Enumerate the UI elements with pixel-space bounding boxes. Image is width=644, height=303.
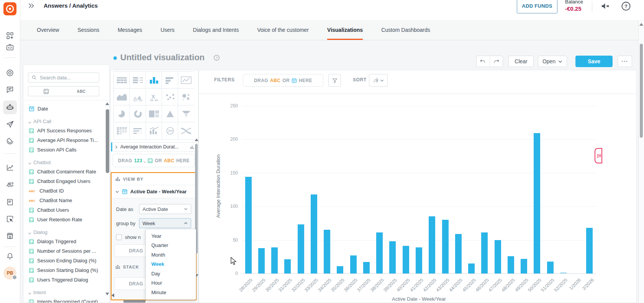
checkbox[interactable] xyxy=(116,234,122,240)
sort-select[interactable]: ↓9 xyxy=(369,74,388,87)
clear-button[interactable]: Clear xyxy=(508,56,534,67)
menu-item-hour[interactable]: Hour xyxy=(146,278,196,288)
field-group-api-call[interactable]: API Call xyxy=(23,114,104,126)
chart-type-pyramid-icon[interactable] xyxy=(162,105,178,122)
chart-type-pie-chart-icon[interactable] xyxy=(114,105,130,122)
chart-type-table-summary-icon[interactable] xyxy=(130,72,146,89)
redo-button[interactable] xyxy=(490,56,503,67)
filter-numeric-toggle[interactable] xyxy=(28,86,64,96)
field-item-user-retention-rate[interactable]: User Retention Rate xyxy=(23,215,104,224)
field-item-session-ending-dialog-[interactable]: Session Ending Dialog (%) xyxy=(23,256,104,265)
sidebar-book-icon[interactable] xyxy=(3,195,17,209)
field-item-number-of-sessions-per-[interactable]: Number of Sessions per ... xyxy=(23,246,104,256)
sidebar-cursor-box-icon[interactable] xyxy=(3,212,17,226)
chart-type-treemap-icon[interactable] xyxy=(146,105,162,122)
infobip-logo-icon[interactable] xyxy=(3,2,16,15)
sidebar-storefront-icon[interactable] xyxy=(3,229,17,243)
field-group-intent[interactable]: Intent xyxy=(23,285,104,297)
scroll-left-icon[interactable] xyxy=(111,293,114,297)
scroll-up-icon[interactable] xyxy=(195,138,198,141)
help-icon[interactable]: ? xyxy=(621,1,631,12)
field-item-dialogs-triggered[interactable]: Dialogs Triggered xyxy=(23,237,104,246)
chart-type-bubble-chart-icon[interactable] xyxy=(178,89,194,105)
scrollbar-thumb[interactable] xyxy=(106,109,109,173)
sidebar-target-icon[interactable] xyxy=(3,66,17,80)
filter-text-toggle[interactable]: ABC xyxy=(64,86,99,96)
tab-users[interactable]: Users xyxy=(161,20,175,40)
tab-sessions[interactable]: Sessions xyxy=(77,20,99,40)
tab-custom-dashboards[interactable]: Custom Dashboards xyxy=(381,20,430,40)
field-item-chatbot-containment-rate[interactable]: Chatbot Containment Rate xyxy=(23,167,104,176)
chart-type-table-icon[interactable] xyxy=(114,72,130,89)
title-help-icon[interactable]: ? xyxy=(213,54,220,61)
menu-item-day[interactable]: Day xyxy=(146,269,196,278)
group-by-select[interactable]: Week xyxy=(139,218,191,228)
sidebar-robot-icon[interactable] xyxy=(3,100,17,114)
date-as-select[interactable]: Active Date xyxy=(139,204,191,214)
scroll-up-icon[interactable] xyxy=(105,102,109,105)
field-item-date[interactable]: 31Date xyxy=(23,104,104,114)
field-item-session-api-calls[interactable]: Session API Calls xyxy=(23,145,104,155)
scroll-down-icon[interactable] xyxy=(105,293,109,295)
field-group-dialog[interactable]: Dialog xyxy=(23,224,104,237)
chart-type-chord-icon[interactable] xyxy=(162,122,178,139)
filter-funnel-button[interactable] xyxy=(328,74,341,87)
search-input[interactable] xyxy=(39,74,99,81)
avatar[interactable]: PB xyxy=(3,267,16,280)
horizontal-scrollbar-thumb[interactable] xyxy=(123,300,146,303)
field-item-session-starting-dialog-[interactable]: Session Starting Dialog (%) xyxy=(23,265,104,275)
tab-overview[interactable]: Overview xyxy=(37,20,59,40)
sidebar-code-case-icon[interactable] xyxy=(3,40,17,54)
chart-type-sankey-icon[interactable] xyxy=(178,122,194,139)
view-by-field-row[interactable]: 31 Active Date - Week/Year xyxy=(111,185,196,198)
field-item-average-api-response-ti-[interactable]: Average API Response Ti... xyxy=(23,135,104,145)
sidebar-people-icon[interactable] xyxy=(3,178,17,192)
sidebar-paper-plane-icon[interactable] xyxy=(3,117,17,131)
sidebar-chart-line-icon[interactable] xyxy=(3,161,17,175)
undo-button[interactable] xyxy=(477,56,490,67)
chart-type-scatter-x-icon[interactable]: X xyxy=(146,89,162,105)
chart-type-funnel-icon[interactable] xyxy=(178,105,194,122)
chart-type-scatter-plot-icon[interactable] xyxy=(162,89,178,105)
sidebar-bell-icon[interactable] xyxy=(3,249,17,263)
menu-item-month[interactable]: Month xyxy=(146,250,196,260)
field-item-api-success-responses[interactable]: API Success Responses xyxy=(23,126,104,135)
menu-item-week[interactable]: Week xyxy=(146,260,196,269)
field-group-chatbot[interactable]: Chatbot xyxy=(23,155,104,167)
tab-voice-of-the-customer[interactable]: Voice of the customer xyxy=(257,20,309,40)
field-item-users-triggered-dialog[interactable]: Users Triggered Dialog xyxy=(23,275,104,285)
field-item-chatbot-id[interactable]: ABCChatBot ID xyxy=(23,186,104,196)
chart-type-area-chart-icon[interactable] xyxy=(114,89,130,105)
field-item-chatbot-engaged-users[interactable]: Chatbot Engaged Users xyxy=(23,176,104,186)
sidebar-expand-icon[interactable] xyxy=(27,2,35,10)
filters-drop-zone[interactable]: DRAG ABC OR 31 HERE xyxy=(243,74,323,87)
chart-type-line-chart-icon[interactable] xyxy=(178,72,194,89)
chart-type-line-area-icon[interactable] xyxy=(130,89,146,105)
chart-type-progress-bars-icon[interactable] xyxy=(130,122,146,139)
menu-item-minute[interactable]: Minute xyxy=(146,288,196,297)
tab-messages[interactable]: Messages xyxy=(118,20,142,40)
sidebar-swirl-icon[interactable] xyxy=(3,134,17,148)
save-button[interactable]: Save xyxy=(575,56,613,67)
mute-speaker-icon[interactable] xyxy=(600,1,611,12)
metric-chip[interactable]: Average Interaction Durat... xyxy=(111,142,197,152)
more-options-button[interactable]: ··· xyxy=(618,56,632,67)
chart-type-combo-chart-icon[interactable] xyxy=(146,122,162,139)
open-button[interactable]: Open xyxy=(538,56,567,67)
chart-type-pivot-table-icon[interactable] xyxy=(114,122,130,139)
breadcrumb[interactable]: Answers / Analytics xyxy=(44,2,98,9)
sidebar-chat-bubble-icon[interactable] xyxy=(3,82,17,96)
chart-type-donut-chart-icon[interactable] xyxy=(130,105,146,122)
field-item-chatbot-users[interactable]: Chatbot Users xyxy=(23,205,104,215)
tab-dialogs-and-intents[interactable]: Dialogs and Intents xyxy=(193,20,239,40)
metric-drop-zone[interactable]: DRAG 123 , OR ABC HERE xyxy=(113,154,195,167)
add-funds-button[interactable]: ADD FUNDS xyxy=(517,0,557,13)
field-item-intents-recognized-count-[interactable]: Intents Recognized (Count) xyxy=(23,297,104,303)
field-item-chatbot-name[interactable]: ABCChatBot Name xyxy=(23,196,104,205)
show-checkbox-row[interactable]: show n xyxy=(116,234,141,240)
tab-visualizations[interactable]: Visualizations xyxy=(327,20,363,40)
chart-type-bar-chart-icon[interactable] xyxy=(146,72,162,89)
menu-item-quarter[interactable]: Quarter xyxy=(146,241,196,250)
chart-type-horizontal-bar-icon[interactable] xyxy=(162,72,178,89)
feedback-chat-tab[interactable] xyxy=(595,148,602,163)
